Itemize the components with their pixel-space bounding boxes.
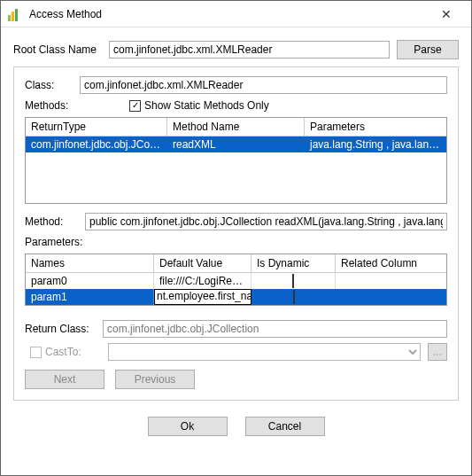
next-button: Next — [25, 370, 104, 389]
col-methodname[interactable]: Method Name — [167, 118, 305, 137]
content-area: Root Class Name Parse Class: Methods: ✓ … — [1, 27, 471, 475]
parameters-table[interactable]: Names Default Value Is Dynamic Related C… — [25, 254, 447, 306]
cancel-button[interactable]: Cancel — [245, 417, 325, 436]
close-icon[interactable]: ✕ — [429, 7, 464, 21]
root-class-input[interactable] — [109, 41, 390, 59]
param-row[interactable]: param0 file:///C:/LogiReport... — [26, 273, 446, 289]
castto-select — [108, 343, 421, 361]
method-label: Method: — [25, 215, 78, 228]
col-returntype[interactable]: ReturnType — [26, 118, 167, 137]
col-related[interactable]: Related Column — [336, 254, 446, 273]
dynamic-checkbox[interactable] — [293, 290, 295, 304]
default-value-editor[interactable]: nt.employee.first_name — [154, 289, 251, 305]
parameters-label: Parameters: — [25, 236, 447, 248]
root-class-label: Root Class Name — [13, 43, 102, 56]
class-input[interactable] — [80, 76, 447, 94]
previous-button: Previous — [115, 370, 195, 389]
window-title: Access Method — [29, 8, 429, 20]
methods-row[interactable]: com.jinfonet.jdbc.obj.JCollec... readXML… — [26, 137, 446, 152]
methods-table[interactable]: ReturnType Method Name Parameters com.ji… — [25, 117, 447, 204]
return-class-input — [103, 320, 447, 338]
param-row[interactable]: param1 nt.employee.first_name — [26, 289, 446, 305]
parse-button[interactable]: Parse — [397, 40, 459, 59]
castto-checkbox[interactable]: CastTo: — [30, 346, 101, 358]
access-method-dialog: Access Method ✕ Root Class Name Parse Cl… — [0, 0, 472, 476]
col-parameters[interactable]: Parameters — [305, 118, 446, 137]
col-default[interactable]: Default Value — [154, 254, 251, 273]
castto-browse-button: ... — [428, 343, 447, 361]
methods-label: Methods: — [25, 99, 122, 112]
main-panel: Class: Methods: ✓ Show Static Methods On… — [13, 66, 459, 401]
castto-label: CastTo: — [45, 346, 81, 358]
dynamic-checkbox[interactable] — [292, 274, 294, 288]
show-static-label: Show Static Methods Only — [144, 99, 269, 112]
col-dynamic[interactable]: Is Dynamic — [251, 254, 336, 273]
col-names[interactable]: Names — [26, 254, 154, 273]
show-static-checkbox[interactable]: ✓ Show Static Methods Only — [129, 99, 269, 112]
titlebar: Access Method ✕ — [1, 1, 471, 27]
app-icon — [8, 7, 22, 21]
root-class-row: Root Class Name Parse — [13, 40, 459, 59]
method-input[interactable] — [85, 213, 447, 230]
class-label: Class: — [25, 79, 73, 91]
return-class-label: Return Class: — [25, 323, 96, 335]
ok-button[interactable]: Ok — [148, 417, 228, 436]
dialog-footer: Ok Cancel — [13, 408, 459, 447]
